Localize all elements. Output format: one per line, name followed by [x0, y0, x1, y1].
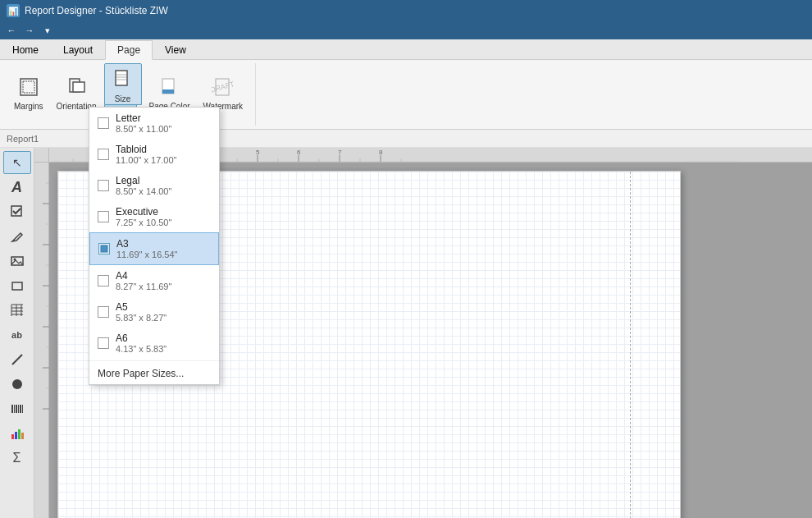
size-checkbox-a3 [98, 243, 110, 254]
svg-line-24 [12, 355, 22, 364]
size-dims-a3: 11.69" x 16.54" [116, 250, 177, 259]
size-icon [110, 66, 136, 93]
size-checkbox-a4 [98, 275, 109, 287]
size-text-legal: Legal 8.50" x 14.00" [116, 175, 171, 196]
size-checkbox-letter [98, 117, 109, 129]
ribbon-tab-bar: Home Layout Page View [0, 39, 812, 60]
size-checkbox-a6 [98, 337, 109, 349]
more-paper-sizes-button[interactable]: More Paper Sizes... [89, 363, 219, 384]
size-option-a4[interactable]: A4 8.27" x 11.69" [89, 265, 219, 296]
svg-rect-9 [162, 89, 174, 94]
size-dims-letter: 8.50" x 11.00" [116, 124, 171, 134]
size-dropdown-menu: Letter 8.50" x 11.00" Tabloid 11.00" x 1… [89, 107, 220, 385]
svg-point-25 [12, 379, 22, 389]
tool-chart[interactable] [3, 422, 31, 445]
size-text-tabloid: Tabloid 11.00" x 17.00" [116, 144, 176, 165]
title-bar: 📊 Report Designer - Stückliste ZIW [0, 0, 812, 21]
tool-grid[interactable] [3, 299, 31, 322]
size-option-a5[interactable]: A5 5.83" x 8.27" [89, 296, 219, 328]
margins-label: Margins [14, 102, 43, 112]
quick-access-more-button[interactable]: ▾ [39, 22, 56, 39]
size-text-executive: Executive 7.25" x 10.50" [116, 206, 171, 227]
size-dims-a4: 8.27" x 11.69" [116, 282, 171, 291]
tool-checkbox[interactable] [3, 200, 31, 223]
svg-text:7: 7 [338, 149, 342, 156]
app-icon-symbol: 📊 [8, 7, 18, 16]
tab-home[interactable]: Home [0, 40, 51, 60]
size-option-letter[interactable]: Letter 8.50" x 11.00" [89, 108, 219, 139]
page-color-icon [157, 74, 183, 100]
svg-rect-33 [15, 432, 17, 439]
svg-rect-3 [73, 82, 84, 92]
undo-button[interactable]: ← [3, 22, 20, 39]
size-button[interactable]: Size [104, 63, 142, 105]
tool-sigma[interactable]: Σ [3, 447, 31, 470]
size-dims-tabloid: 11.00" x 17.00" [116, 155, 176, 165]
tool-barcode[interactable] [3, 397, 31, 420]
tool-select[interactable]: ↖ [3, 151, 31, 174]
svg-rect-29 [18, 405, 19, 413]
svg-rect-27 [14, 405, 15, 413]
app-icon: 📊 [7, 4, 20, 17]
ruler-corner [34, 148, 49, 163]
size-text-a4: A4 8.27" x 11.69" [116, 270, 171, 291]
svg-text:DRAFT: DRAFT [212, 80, 235, 94]
left-toolbar: ↖ A [0, 148, 34, 518]
ruler-vertical [34, 163, 49, 518]
svg-text:6: 6 [297, 149, 301, 156]
size-option-a3[interactable]: A3 11.69" x 16.54" [89, 232, 219, 265]
svg-rect-16 [12, 282, 22, 290]
size-name-a3: A3 [116, 238, 177, 250]
svg-text:5: 5 [256, 149, 260, 156]
orientation-icon [63, 74, 89, 100]
redo-button[interactable]: → [21, 22, 38, 39]
size-name-tabloid: Tabloid [116, 144, 176, 155]
tab-view[interactable]: View [153, 40, 198, 60]
size-name-legal: Legal [116, 175, 171, 186]
tab-layout[interactable]: Layout [51, 40, 105, 60]
size-label: Size [115, 94, 130, 104]
svg-rect-26 [11, 405, 13, 413]
svg-rect-1 [23, 81, 34, 93]
svg-rect-75 [101, 245, 107, 252]
svg-rect-30 [20, 405, 21, 413]
size-checkbox-tabloid [98, 149, 109, 160]
svg-rect-12 [11, 206, 21, 216]
size-dims-legal: 8.50" x 14.00" [116, 186, 171, 196]
size-name-executive: Executive [116, 206, 171, 218]
size-option-tabloid[interactable]: Tabloid 11.00" x 17.00" [89, 139, 219, 170]
size-name-a5: A5 [116, 301, 167, 313]
size-name-a4: A4 [116, 270, 171, 282]
svg-rect-34 [18, 429, 21, 439]
svg-rect-32 [11, 434, 14, 439]
dropdown-divider [89, 360, 219, 361]
tool-draw[interactable] [3, 225, 31, 248]
svg-rect-31 [22, 405, 23, 413]
tool-shape[interactable] [3, 274, 31, 297]
size-checkbox-a5 [98, 306, 109, 318]
margins-icon [16, 74, 42, 100]
quick-access-toolbar: ← → ▾ [0, 21, 812, 39]
tool-circle[interactable] [3, 373, 31, 396]
size-text-a6: A6 4.13" x 5.83" [116, 332, 167, 354]
margins-button[interactable]: Margins [8, 71, 49, 115]
svg-text:8: 8 [379, 149, 383, 156]
tool-line[interactable] [3, 348, 31, 371]
watermark-icon: DRAFT [210, 74, 236, 100]
size-option-executive[interactable]: Executive 7.25" x 10.50" [89, 201, 219, 232]
size-text-a5: A5 5.83" x 8.27" [116, 301, 167, 323]
size-dims-a5: 5.83" x 8.27" [116, 313, 167, 323]
size-option-a6[interactable]: A6 4.13" x 5.83" [89, 328, 219, 359]
tool-image[interactable] [3, 250, 31, 273]
size-text-a3: A3 11.69" x 16.54" [116, 238, 177, 259]
tab-page[interactable]: Page [105, 40, 153, 60]
svg-rect-4 [116, 71, 127, 85]
app-title: Report Designer - Stückliste ZIW [25, 5, 168, 16]
size-option-legal[interactable]: Legal 8.50" x 14.00" [89, 170, 219, 201]
size-text-letter: Letter 8.50" x 11.00" [116, 112, 171, 134]
tool-textfield[interactable]: ab [3, 323, 31, 346]
size-dims-a6: 4.13" x 5.83" [116, 344, 167, 354]
svg-rect-35 [21, 433, 24, 439]
tool-text[interactable]: A [3, 176, 31, 199]
size-checkbox-executive [98, 211, 109, 222]
